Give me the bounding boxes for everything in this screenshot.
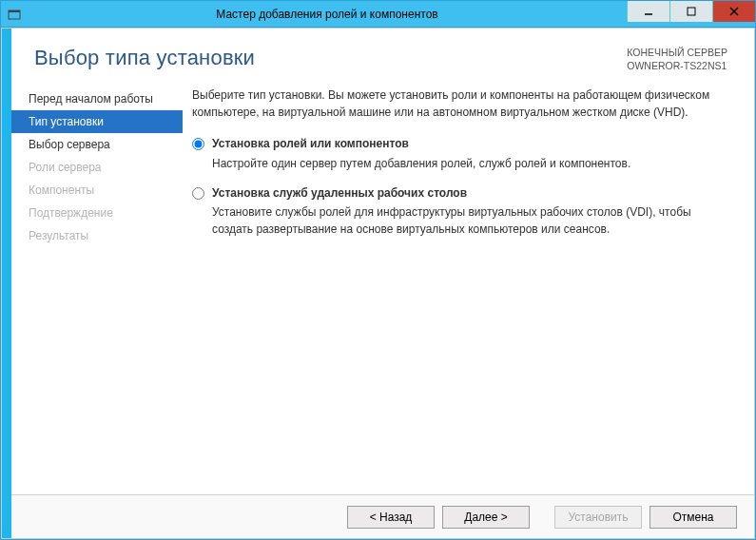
step-server-roles: Роли сервера	[11, 156, 183, 179]
back-button[interactable]: < Назад	[347, 506, 435, 529]
close-button[interactable]	[712, 1, 755, 22]
option-role-based[interactable]: Установка ролей или компонентов Настройт…	[192, 136, 727, 172]
footer-buttons: < Назад Далее > Установить Отмена	[11, 494, 754, 538]
window-controls	[627, 1, 755, 27]
cancel-button[interactable]: Отмена	[649, 506, 737, 529]
option-role-based-header: Установка ролей или компонентов	[192, 136, 727, 152]
radio-role-based[interactable]	[192, 138, 204, 150]
step-features: Компоненты	[11, 179, 183, 202]
minimize-button[interactable]	[627, 1, 669, 22]
option-rds[interactable]: Установка служб удаленных рабочих столов…	[192, 185, 727, 238]
step-installation-type[interactable]: Тип установки	[11, 110, 183, 133]
app-icon	[1, 1, 28, 28]
option-role-based-title: Установка ролей или компонентов	[212, 136, 409, 152]
option-rds-header: Установка служб удаленных рабочих столов	[192, 185, 727, 202]
destination-server-box: КОНЕЧНЫЙ СЕРВЕР OWNEROR-TS22NS1	[627, 46, 727, 72]
wizard-window: Мастер добавления ролей и компонентов Вы…	[0, 0, 756, 540]
option-role-based-desc: Настройте один сервер путем добавления р…	[212, 156, 727, 172]
titlebar: Мастер добавления ролей и компонентов	[1, 1, 755, 28]
option-rds-title: Установка служб удаленных рабочих столов	[212, 185, 467, 202]
wizard-steps-sidebar: Перед началом работы Тип установки Выбор…	[11, 82, 183, 494]
step-confirmation: Подтверждение	[11, 202, 183, 224]
page-title: Выбор типа установки	[34, 46, 627, 70]
main-area: Выбор типа установки КОНЕЧНЫЙ СЕРВЕР OWN…	[11, 29, 754, 538]
svg-rect-3	[688, 8, 695, 15]
intro-text: Выберите тип установки. Вы можете устано…	[192, 87, 727, 121]
content-area: Выбор типа установки КОНЕЧНЫЙ СЕРВЕР OWN…	[1, 28, 755, 539]
header-area: Выбор типа установки КОНЕЧНЫЙ СЕРВЕР OWN…	[11, 29, 754, 78]
install-button: Установить	[554, 506, 642, 529]
body-area: Перед началом работы Тип установки Выбор…	[11, 78, 754, 494]
window-title: Мастер добавления ролей и компонентов	[28, 8, 627, 21]
step-server-selection[interactable]: Выбор сервера	[11, 133, 183, 156]
step-before-you-begin[interactable]: Перед началом работы	[11, 87, 183, 110]
next-button[interactable]: Далее >	[442, 506, 530, 529]
radio-rds[interactable]	[192, 187, 204, 200]
svg-rect-1	[9, 10, 20, 12]
content-pane: Выберите тип установки. Вы можете устано…	[183, 82, 754, 494]
step-results: Результаты	[11, 224, 183, 247]
destination-server-name: OWNEROR-TS22NS1	[627, 59, 727, 72]
maximize-button[interactable]	[669, 1, 712, 22]
destination-server-label: КОНЕЧНЫЙ СЕРВЕР	[627, 46, 727, 59]
option-rds-desc: Установите службы ролей для инфраструкту…	[212, 204, 727, 238]
left-accent-strip	[2, 29, 11, 538]
